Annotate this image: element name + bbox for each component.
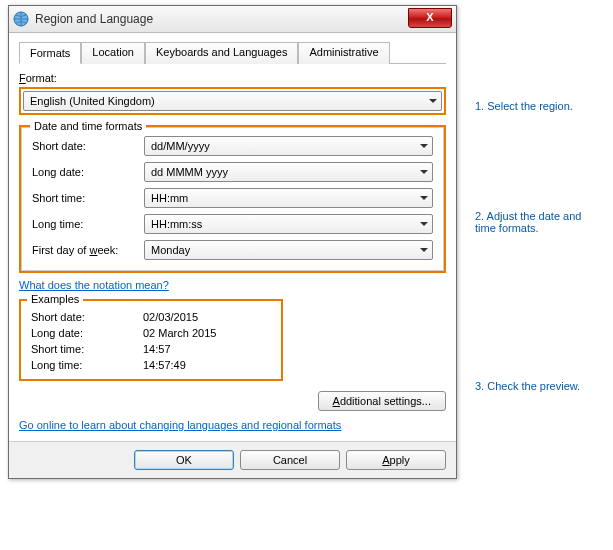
examples-legend: Examples	[27, 293, 83, 305]
cancel-button[interactable]: Cancel	[240, 450, 340, 470]
region-language-dialog: Region and Language X Formats Location K…	[8, 5, 457, 479]
apply-button[interactable]: Apply	[346, 450, 446, 470]
ex-short-time-value: 14:57	[143, 343, 171, 355]
datetime-fieldset: Date and time formats Short date: dd/MM/…	[21, 127, 444, 271]
annotation-2: 2. Adjust the date and time formats.	[475, 210, 595, 234]
short-date-label: Short date:	[32, 140, 144, 152]
content-area: Formats Location Keyboards and Languages…	[9, 33, 456, 441]
chevron-down-icon	[420, 222, 428, 226]
chevron-down-icon	[420, 248, 428, 252]
close-button[interactable]: X	[408, 8, 452, 28]
ex-short-date-value: 02/03/2015	[143, 311, 198, 323]
annotation-1: 1. Select the region.	[475, 100, 595, 112]
long-date-dropdown[interactable]: dd MMMM yyyy	[144, 162, 433, 182]
ex-long-time-value: 14:57:49	[143, 359, 186, 371]
tab-formats[interactable]: Formats	[19, 42, 81, 64]
long-date-label: Long date:	[32, 166, 144, 178]
window-title: Region and Language	[35, 12, 153, 26]
chevron-down-icon	[420, 196, 428, 200]
first-day-dropdown[interactable]: Monday	[144, 240, 433, 260]
short-date-dropdown[interactable]: dd/MM/yyyy	[144, 136, 433, 156]
tab-keyboards[interactable]: Keyboards and Languages	[145, 42, 299, 64]
datetime-legend: Date and time formats	[30, 120, 146, 132]
titlebar: Region and Language X	[9, 6, 456, 33]
datetime-highlight: Date and time formats Short date: dd/MM/…	[19, 125, 446, 273]
chevron-down-icon	[429, 99, 437, 103]
ex-long-date-value: 02 March 2015	[143, 327, 216, 339]
tab-administrative[interactable]: Administrative	[298, 42, 389, 64]
online-link[interactable]: Go online to learn about changing langua…	[19, 419, 341, 431]
ex-long-date-label: Long date:	[31, 327, 143, 339]
dialog-footer: OK Cancel Apply	[9, 441, 456, 478]
notation-link[interactable]: What does the notation mean?	[19, 279, 169, 291]
format-value: English (United Kingdom)	[30, 95, 155, 107]
ex-long-time-label: Long time:	[31, 359, 143, 371]
additional-settings-button[interactable]: Additional settings...	[318, 391, 446, 411]
long-time-dropdown[interactable]: HH:mm:ss	[144, 214, 433, 234]
ok-button[interactable]: OK	[134, 450, 234, 470]
tab-bar: Formats Location Keyboards and Languages…	[19, 41, 446, 64]
globe-icon	[13, 11, 29, 27]
close-icon: X	[426, 11, 433, 23]
long-time-label: Long time:	[32, 218, 144, 230]
ex-short-date-label: Short date:	[31, 311, 143, 323]
first-day-label: First day of week:	[32, 244, 144, 256]
format-label: Format:	[19, 72, 446, 84]
chevron-down-icon	[420, 144, 428, 148]
ex-short-time-label: Short time:	[31, 343, 143, 355]
format-highlight: English (United Kingdom)	[19, 87, 446, 115]
format-dropdown[interactable]: English (United Kingdom)	[23, 91, 442, 111]
annotation-3: 3. Check the preview.	[475, 380, 595, 392]
tab-location[interactable]: Location	[81, 42, 145, 64]
short-time-label: Short time:	[32, 192, 144, 204]
chevron-down-icon	[420, 170, 428, 174]
short-time-dropdown[interactable]: HH:mm	[144, 188, 433, 208]
examples-fieldset: Examples Short date: 02/03/2015 Long dat…	[19, 299, 283, 381]
